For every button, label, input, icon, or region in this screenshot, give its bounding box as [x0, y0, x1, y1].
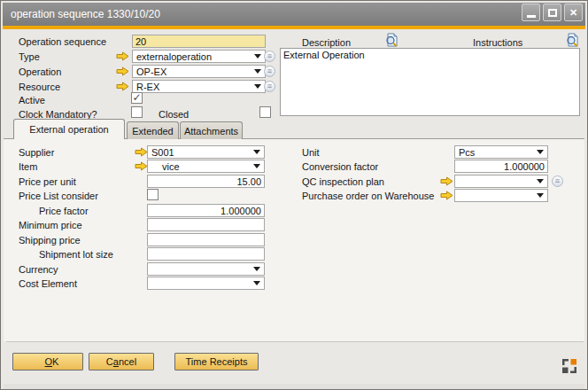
type-choose-from-list-icon[interactable]: ≡	[264, 51, 275, 62]
shipping-price-label: Shipping price	[19, 234, 81, 246]
operation-choose-from-list-icon[interactable]: ≡	[264, 66, 275, 77]
time-receipts-label: Time Receipts	[186, 356, 248, 367]
cost-element-dropdown[interactable]	[147, 277, 265, 290]
description-label: Description	[302, 36, 351, 49]
conversion-factor-input[interactable]	[454, 160, 548, 173]
resource-dropdown[interactable]: R-EX	[132, 80, 266, 93]
operation-sequence-label: Operation sequence	[19, 35, 106, 48]
operation-sequence-window: operation sequence 1330/10/20 ✕ Operatio…	[0, 0, 588, 390]
maximize-icon	[548, 9, 557, 17]
window-controls: ✕	[522, 4, 583, 21]
close-button[interactable]: ✕	[564, 4, 583, 21]
chevron-down-icon	[253, 267, 260, 271]
cancel-label-rest: ncel	[119, 356, 136, 367]
operation-sequence-input[interactable]	[132, 35, 266, 48]
type-label: Type	[19, 51, 40, 63]
chevron-down-icon	[254, 69, 261, 74]
chevron-down-icon	[253, 150, 260, 154]
cancel-label: C	[106, 356, 113, 367]
shipping-price-input[interactable]	[147, 233, 265, 246]
tab-label: Extended	[132, 126, 173, 136]
unit-label: Unit	[302, 146, 320, 159]
price-factor-label: Price factor	[39, 205, 89, 217]
currency-dropdown[interactable]	[147, 262, 265, 276]
link-arrow-icon[interactable]	[135, 147, 148, 157]
tab-extended[interactable]: Extended	[127, 121, 179, 139]
active-label: Active	[19, 94, 45, 106]
operation-value: OP-EX	[136, 66, 166, 77]
maximize-button[interactable]	[543, 4, 561, 21]
minimize-button[interactable]	[522, 4, 540, 21]
time-receipts-button[interactable]: Time Receipts	[174, 353, 259, 370]
item-dropdown[interactable]: vice	[147, 160, 265, 173]
chevron-down-icon	[537, 179, 544, 183]
currency-label: Currency	[19, 263, 58, 276]
ok-button[interactable]: OK	[12, 353, 83, 370]
instructions-label: Instructions	[473, 36, 522, 49]
chevron-down-icon	[537, 193, 544, 198]
type-value: externaloperation	[136, 51, 212, 62]
cost-element-label: Cost Element	[19, 277, 77, 290]
tab-label: Attachments	[184, 126, 238, 136]
resource-label: Resource	[19, 81, 60, 93]
minimize-icon	[527, 15, 536, 18]
expand-description-icon[interactable]	[384, 33, 399, 48]
ok-mnemonic: O	[45, 356, 53, 367]
purchase-order-warehouse-dropdown[interactable]	[454, 189, 548, 202]
shipment-lot-size-label: Shipment lot size	[39, 248, 113, 261]
link-arrow-icon[interactable]	[440, 176, 453, 186]
resource-choose-from-list-icon[interactable]: ≡	[264, 81, 275, 92]
cancel-button[interactable]: Cancel	[89, 353, 154, 370]
clock-mandatory-checkbox[interactable]	[131, 106, 143, 118]
unit-value: Pcs	[459, 147, 475, 158]
chevron-down-icon	[253, 164, 260, 168]
link-arrow-icon[interactable]	[116, 82, 129, 91]
chevron-down-icon	[254, 84, 261, 89]
expand-instructions-icon[interactable]	[565, 33, 580, 48]
price-per-unit-label: Price per unit	[19, 176, 76, 188]
minimum-price-label: Minimum price	[19, 219, 82, 231]
price-list-consider-checkbox[interactable]	[147, 189, 159, 200]
shipment-lot-size-input[interactable]	[147, 247, 265, 261]
description-textarea[interactable]: External Operation	[280, 48, 580, 116]
unit-dropdown[interactable]: Pcs	[454, 145, 548, 159]
tab-label: External operation	[29, 124, 108, 135]
operation-dropdown[interactable]: OP-EX	[132, 65, 266, 78]
title-bar[interactable]: operation sequence 1330/10/20	[3, 3, 585, 26]
close-icon: ✕	[569, 7, 577, 19]
chevron-down-icon	[253, 281, 260, 285]
operation-label: Operation	[19, 66, 61, 78]
link-arrow-icon[interactable]	[440, 191, 453, 200]
supplier-value: S001	[151, 147, 174, 158]
qc-inspection-plan-dropdown[interactable]	[454, 175, 548, 188]
price-factor-input[interactable]	[147, 204, 265, 217]
closed-checkbox[interactable]	[259, 106, 271, 118]
link-arrow-icon[interactable]	[116, 51, 129, 61]
accent-line	[3, 26, 585, 29]
type-dropdown[interactable]: externaloperation	[132, 50, 266, 63]
footer-separator	[6, 341, 584, 342]
supplier-dropdown[interactable]: S001	[147, 145, 265, 159]
link-arrow-icon[interactable]	[116, 66, 129, 76]
qc-inspection-plan-label: QC inspection plan	[302, 176, 384, 188]
chevron-down-icon	[537, 150, 544, 154]
closed-label: Closed	[159, 108, 189, 121]
resize-grip-icon[interactable]	[561, 358, 577, 374]
item-label: Item	[19, 160, 37, 173]
link-arrow-icon[interactable]	[135, 161, 148, 171]
qc-choose-from-list-icon[interactable]: ≡	[552, 176, 563, 187]
tab-attachments[interactable]: Attachments	[180, 121, 243, 139]
window-title: operation sequence 1330/10/20	[11, 8, 160, 20]
conversion-factor-label: Conversion factor	[302, 160, 378, 173]
check-icon: ✓	[132, 91, 141, 104]
chevron-down-icon	[254, 54, 261, 58]
ok-label-rest: K	[52, 356, 58, 367]
supplier-label: Supplier	[19, 146, 54, 159]
purchase-order-warehouse-label: Purchase order on Warehouse	[302, 190, 434, 202]
item-value: vice	[162, 161, 180, 172]
tab-external-operation[interactable]: External operation	[13, 119, 125, 139]
price-list-consider-label: Price List consider	[19, 190, 98, 202]
price-per-unit-input[interactable]	[147, 175, 265, 188]
active-checkbox[interactable]: ✓	[131, 92, 143, 104]
minimum-price-input[interactable]	[147, 218, 265, 231]
